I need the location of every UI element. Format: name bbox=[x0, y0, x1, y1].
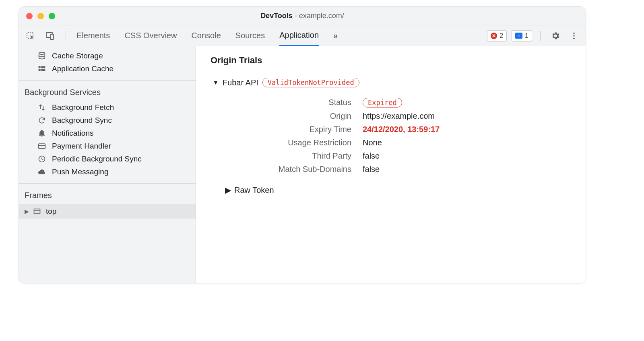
panel-tabs: Elements CSS Overview Console Sources Ap… bbox=[76, 25, 338, 46]
sidebar-item-push-messaging[interactable]: Push Messaging bbox=[19, 165, 196, 178]
svg-rect-13 bbox=[34, 209, 40, 214]
sidebar-item-background-fetch[interactable]: Background Fetch bbox=[19, 101, 196, 114]
label-match-subdomains: Match Sub-Domains bbox=[239, 165, 351, 174]
devtools-toolbar: Elements CSS Overview Console Sources Ap… bbox=[19, 25, 586, 46]
origin-trial-name: Fubar API bbox=[223, 78, 258, 87]
minimize-window-button[interactable] bbox=[37, 13, 44, 19]
sidebar-item-label: Notifications bbox=[52, 129, 94, 138]
close-window-button[interactable] bbox=[26, 13, 33, 19]
tab-css-overview[interactable]: CSS Overview bbox=[124, 25, 177, 46]
application-content: Origin Trials ▼ Fubar API ValidTokenNotP… bbox=[196, 46, 586, 283]
issues-icon: ≡ bbox=[515, 33, 522, 39]
kebab-menu-icon[interactable] bbox=[567, 29, 581, 43]
sidebar-item-label: Cache Storage bbox=[52, 52, 103, 60]
svg-point-6 bbox=[39, 52, 45, 55]
tab-sources[interactable]: Sources bbox=[235, 25, 265, 46]
sidebar-item-label: top bbox=[46, 207, 56, 216]
value-third-party: false bbox=[363, 151, 571, 161]
sidebar-item-application-cache[interactable]: Application Cache bbox=[19, 62, 196, 75]
toolbar-divider bbox=[66, 31, 66, 41]
sidebar-item-cache-storage[interactable]: Cache Storage bbox=[19, 50, 196, 62]
label-expiry-time: Expiry Time bbox=[239, 125, 351, 134]
origin-trial-details: Status Expired Origin https://example.co… bbox=[239, 98, 571, 174]
inspect-element-icon[interactable] bbox=[24, 29, 37, 43]
raw-token-label: Raw Token bbox=[234, 186, 274, 195]
label-status: Status bbox=[239, 98, 351, 107]
status-badge-expired: Expired bbox=[363, 98, 402, 107]
label-usage-restriction: Usage Restriction bbox=[239, 138, 351, 147]
svg-rect-7 bbox=[39, 66, 41, 68]
more-tabs-button[interactable]: » bbox=[333, 25, 338, 46]
value-expiry-time: 24/12/2020, 13:59:17 bbox=[363, 125, 571, 134]
errors-counter[interactable]: ✕ 2 bbox=[487, 30, 507, 41]
grid-icon bbox=[37, 65, 47, 73]
svg-point-5 bbox=[573, 37, 575, 39]
toolbar-divider-2 bbox=[540, 31, 541, 41]
value-usage-restriction: None bbox=[363, 138, 571, 147]
expand-arrow-icon: ▶ bbox=[25, 208, 29, 215]
svg-rect-11 bbox=[39, 144, 45, 149]
sync-icon bbox=[37, 116, 47, 124]
sidebar-item-label: Periodic Background Sync bbox=[52, 155, 142, 163]
settings-icon[interactable] bbox=[549, 29, 562, 43]
sidebar-section-title: Background Services bbox=[19, 84, 196, 101]
disclosure-triangle-down-icon: ▼ bbox=[213, 79, 219, 86]
svg-point-3 bbox=[573, 32, 575, 34]
database-icon bbox=[37, 52, 47, 60]
tab-console[interactable]: Console bbox=[191, 25, 221, 46]
origin-trial-toggle[interactable]: ▼ Fubar API ValidTokenNotProvided bbox=[213, 78, 571, 87]
svg-rect-10 bbox=[41, 69, 45, 71]
toolbar-left bbox=[24, 29, 69, 43]
application-sidebar: Cache Storage Application Cache Backgrou… bbox=[19, 46, 196, 283]
window-title: DevTools - example.com/ bbox=[19, 12, 586, 20]
value-origin: https://example.com bbox=[363, 112, 571, 121]
origin-trial-node: ▼ Fubar API ValidTokenNotProvided Status… bbox=[213, 78, 571, 195]
device-toolbar-icon[interactable] bbox=[43, 29, 57, 43]
panel-body: Cache Storage Application Cache Backgrou… bbox=[19, 46, 586, 283]
svg-rect-2 bbox=[50, 34, 54, 39]
tab-application[interactable]: Application bbox=[279, 25, 319, 46]
disclosure-triangle-right-icon: ▶ bbox=[225, 185, 231, 195]
errors-count: 2 bbox=[500, 32, 503, 39]
sidebar-item-label: Background Fetch bbox=[52, 103, 114, 112]
svg-rect-8 bbox=[41, 66, 45, 68]
sidebar-item-label: Background Sync bbox=[52, 116, 112, 125]
sidebar-section-frames: Frames ▶ top bbox=[19, 184, 196, 223]
credit-card-icon bbox=[37, 142, 47, 150]
titlebar: DevTools - example.com/ bbox=[19, 7, 586, 25]
frame-icon bbox=[33, 207, 42, 215]
svg-point-4 bbox=[573, 35, 575, 37]
label-third-party: Third Party bbox=[239, 151, 351, 161]
sidebar-item-notifications[interactable]: Notifications bbox=[19, 127, 196, 140]
clock-icon bbox=[37, 155, 47, 163]
sidebar-section-background-services: Background Services Background Fetch Bac… bbox=[19, 81, 196, 184]
zoom-window-button[interactable] bbox=[49, 13, 55, 19]
sidebar-item-label: Application Cache bbox=[52, 64, 114, 73]
window-title-rest: - example.com/ bbox=[293, 12, 344, 20]
value-match-subdomains: false bbox=[363, 165, 571, 174]
traffic-lights bbox=[19, 13, 55, 19]
sidebar-item-background-sync[interactable]: Background Sync bbox=[19, 114, 196, 127]
issues-counter[interactable]: ≡ 1 bbox=[512, 30, 532, 41]
tab-elements[interactable]: Elements bbox=[76, 25, 110, 46]
label-origin: Origin bbox=[239, 112, 351, 121]
raw-token-toggle[interactable]: ▶ Raw Token bbox=[225, 185, 571, 195]
bell-icon bbox=[37, 129, 47, 137]
sidebar-item-label: Payment Handler bbox=[52, 142, 111, 151]
transfer-icon bbox=[37, 103, 47, 112]
status-badge: ValidTokenNotProvided bbox=[262, 78, 359, 87]
page-heading: Origin Trials bbox=[211, 55, 571, 66]
svg-rect-9 bbox=[39, 69, 41, 71]
sidebar-item-frame-top[interactable]: ▶ top bbox=[19, 204, 196, 219]
sidebar-item-periodic-background-sync[interactable]: Periodic Background Sync bbox=[19, 153, 196, 165]
value-status: Expired bbox=[363, 98, 571, 107]
sidebar-section-cache: Cache Storage Application Cache bbox=[19, 46, 196, 81]
issues-count: 1 bbox=[525, 32, 528, 39]
cloud-icon bbox=[37, 168, 47, 176]
toolbar-right: ✕ 2 ≡ 1 bbox=[487, 29, 581, 43]
window-title-strong: DevTools bbox=[260, 12, 293, 20]
sidebar-section-title: Frames bbox=[19, 187, 196, 204]
sidebar-item-label: Push Messaging bbox=[52, 167, 108, 176]
error-icon: ✕ bbox=[491, 33, 497, 39]
sidebar-item-payment-handler[interactable]: Payment Handler bbox=[19, 140, 196, 153]
